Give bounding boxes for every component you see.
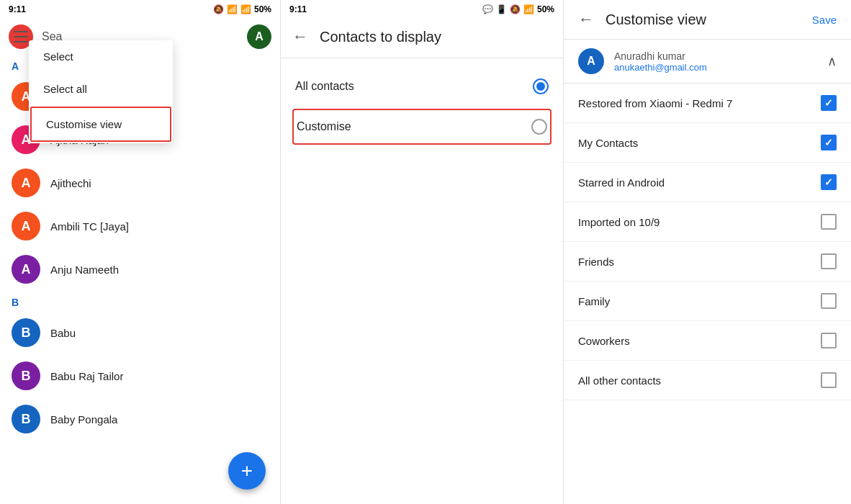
mid-back-arrow-icon[interactable]: ← <box>292 27 308 46</box>
item-friends[interactable]: Friends <box>564 242 851 282</box>
hamburger-icon[interactable] <box>14 31 28 42</box>
contact-name-baby-pongala: Baby Pongala <box>50 413 117 426</box>
contact-name-babu: Babu <box>50 327 76 339</box>
item-starred-android[interactable]: Starred in Android ✓ <box>564 163 851 202</box>
item-coworkers[interactable]: Coworkers <box>564 321 851 361</box>
signal-icon: 📶 <box>240 4 251 14</box>
contact-name-babu-raj: Babu Raj Tailor <box>50 370 123 382</box>
item-label-all-other-contacts: All other contacts <box>578 374 661 387</box>
checkbox-coworkers[interactable] <box>821 333 837 348</box>
right-back-arrow-icon[interactable]: ← <box>578 10 594 29</box>
notification-off-icon: 🔕 <box>213 4 224 14</box>
dropdown-menu: Select Select all Customise view <box>29 40 173 143</box>
avatar-babu: B <box>12 318 40 347</box>
all-contacts-label: All contacts <box>295 80 354 93</box>
mid-notification-off-icon: 🔕 <box>510 4 521 14</box>
checkbox-restored-xiaomi[interactable]: ✓ <box>821 95 837 111</box>
checkbox-imported[interactable] <box>821 214 837 230</box>
all-contacts-option[interactable]: All contacts <box>292 70 551 103</box>
account-name: Anuradhi kumar <box>614 50 707 62</box>
avatar-anju: A <box>12 255 40 284</box>
mid-wifi-icon: 📶 <box>523 4 534 14</box>
customise-label: Customise <box>297 120 351 133</box>
item-all-other-contacts[interactable]: All other contacts <box>564 361 851 400</box>
contact-name-ajithechi: Ajithechi <box>50 177 91 189</box>
checkbox-all-other-contacts[interactable] <box>821 372 837 388</box>
contact-ajithechi[interactable]: A Ajithechi <box>0 161 280 204</box>
item-label-starred-android: Starred in Android <box>578 176 665 189</box>
avatar-baby-pongala: B <box>12 405 40 433</box>
mid-msg-icon: 💬 <box>482 4 493 14</box>
checkbox-starred-android[interactable]: ✓ <box>821 174 837 190</box>
save-button[interactable]: Save <box>812 14 837 26</box>
item-imported[interactable]: Imported on 10/9 <box>564 202 851 242</box>
contact-ambili[interactable]: A Ambili TC [Jaya] <box>0 204 280 248</box>
account-info: A Anuradhi kumar anukaethi@gmail.com <box>578 48 707 74</box>
section-b-header: B <box>0 291 280 311</box>
mid-time: 9:11 <box>289 4 307 14</box>
account-avatar: A <box>578 48 604 74</box>
dropdown-customise-view[interactable]: Customise view <box>30 107 171 142</box>
avatar-ambili: A <box>12 212 40 240</box>
item-restored-xiaomi[interactable]: Restored from Xiaomi - Redmi 7 ✓ <box>564 84 851 123</box>
fab-add-contact[interactable]: + <box>228 452 266 490</box>
left-panel: 9:11 🔕 📶 📶 50% Sea A Select Select all C… <box>0 0 281 504</box>
account-details: Anuradhi kumar anukaethi@gmail.com <box>614 50 707 73</box>
item-label-friends: Friends <box>578 256 614 268</box>
plus-icon: + <box>241 461 253 481</box>
account-section[interactable]: A Anuradhi kumar anukaethi@gmail.com ∧ <box>564 40 851 84</box>
item-label-my-contacts: My Contacts <box>578 137 638 149</box>
avatar[interactable]: A <box>247 24 271 49</box>
middle-panel: 9:11 💬 📱 🔕 📶 50% ← Contacts to display A… <box>281 0 564 504</box>
right-title: Customise view <box>605 12 706 28</box>
item-family[interactable]: Family <box>564 282 851 321</box>
chevron-up-icon: ∧ <box>827 53 837 69</box>
checkbox-my-contacts[interactable]: ✓ <box>821 135 837 150</box>
contact-babu-raj[interactable]: B Babu Raj Tailor <box>0 354 280 397</box>
contact-name-ambili: Ambili TC [Jaya] <box>50 220 129 233</box>
contact-baby-pongala[interactable]: B Baby Pongala <box>0 397 280 441</box>
mid-content: All contacts Customise <box>281 58 563 504</box>
left-status-bar: 9:11 🔕 📶 📶 50% <box>0 0 280 19</box>
contact-name-anju: Anju Nameeth <box>50 264 119 276</box>
avatar-babu-raj: B <box>12 361 40 390</box>
right-panel: ← Customise view Save A Anuradhi kumar a… <box>564 0 851 504</box>
checkbox-family[interactable] <box>821 293 837 309</box>
right-header-left: ← Customise view <box>578 10 706 29</box>
left-time: 9:11 <box>9 4 26 14</box>
battery-label: 50% <box>254 4 271 14</box>
customise-option[interactable]: Customise <box>292 109 551 145</box>
item-label-coworkers: Coworkers <box>578 335 630 347</box>
mid-title: Contacts to display <box>320 29 441 45</box>
contact-babu[interactable]: B Babu <box>0 311 280 354</box>
item-my-contacts[interactable]: My Contacts ✓ <box>564 123 851 163</box>
dropdown-select-all[interactable]: Select all <box>29 73 173 105</box>
item-label-imported: Imported on 10/9 <box>578 216 659 228</box>
mid-battery-label: 50% <box>537 4 554 14</box>
mid-header: ← Contacts to display <box>281 19 563 58</box>
right-header: ← Customise view Save <box>564 0 851 40</box>
dropdown-select[interactable]: Select <box>29 40 173 73</box>
checkbox-list: Restored from Xiaomi - Redmi 7 ✓ My Cont… <box>564 84 851 504</box>
all-contacts-radio[interactable] <box>533 78 549 94</box>
wifi-icon: 📶 <box>227 4 238 14</box>
item-label-family: Family <box>578 295 610 307</box>
mid-whatsapp-icon: 📱 <box>496 4 507 14</box>
customise-radio[interactable] <box>531 119 547 135</box>
checkbox-friends[interactable] <box>821 253 837 269</box>
item-label-restored-xiaomi: Restored from Xiaomi - Redmi 7 <box>578 97 732 109</box>
mid-status-bar: 9:11 💬 📱 🔕 📶 50% <box>281 0 563 19</box>
avatar-ajithechi: A <box>12 168 40 197</box>
account-email: anukaethi@gmail.com <box>614 62 707 73</box>
contact-anju[interactable]: A Anju Nameeth <box>0 248 280 291</box>
